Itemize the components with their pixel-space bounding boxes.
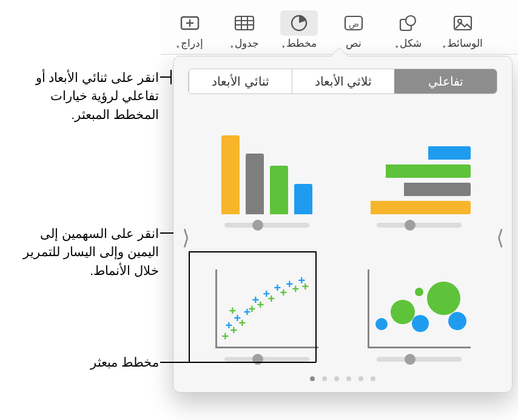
chevron-down-icon: ▾ [443, 44, 446, 50]
chevron-down-icon: ▾ [230, 44, 234, 50]
svg-point-12 [406, 16, 415, 25]
toolbar-text-label: نص [346, 37, 362, 50]
callout-line [160, 76, 171, 78]
chart-grid-area: ⟨ ⟩ [173, 104, 512, 368]
bar-chart-icon [368, 146, 471, 214]
toolbar-table-label: جدول [235, 37, 259, 50]
toolbar: إدراج▾ جدول▾ مخطط▾ ض نص شكل▾ الوسائط▾ [161, 0, 518, 55]
insert-icon [180, 15, 200, 32]
callout-line [189, 251, 190, 362]
page-dot[interactable] [346, 376, 351, 381]
toolbar-table[interactable]: جدول▾ [218, 8, 271, 50]
callout-line [170, 70, 172, 84]
shape-icon [399, 14, 418, 32]
chart-type-tabs: ثنائي الأبعاد ثلاثي الأبعاد تفاعلي [188, 69, 497, 94]
chart-popover: ثنائي الأبعاد ثلاثي الأبعاد تفاعلي ⟨ ⟩ [173, 56, 513, 393]
callout-line [160, 232, 173, 234]
slider[interactable] [224, 357, 309, 362]
slider[interactable] [377, 357, 462, 362]
pie-chart-icon [290, 14, 308, 32]
chevron-down-icon: ▾ [177, 44, 180, 50]
toolbar-chart[interactable]: مخطط▾ [272, 8, 326, 50]
toolbar-shape[interactable]: شكل▾ [382, 8, 435, 50]
chart-grid: + + + + + + + + + + + + + + + [203, 115, 483, 362]
tab-3d[interactable]: ثلاثي الأبعاد [292, 69, 395, 93]
nav-arrow-right[interactable]: ⟩ [491, 225, 508, 249]
toolbar-media[interactable]: الوسائط▾ [436, 8, 489, 50]
table-icon [234, 15, 255, 32]
text-icon: ض [343, 15, 364, 32]
svg-rect-3 [235, 16, 254, 30]
page-dot[interactable] [334, 376, 339, 381]
callout-line [189, 362, 316, 363]
callout-scatter-label: مخطط مبعثر [85, 353, 159, 371]
page-dot[interactable] [371, 376, 375, 381]
chart-thumb-scatter[interactable]: + + + + + + + + + + + + + + + [203, 249, 331, 362]
page-dot[interactable] [322, 376, 327, 381]
chart-thumb-bar[interactable] [355, 115, 483, 228]
bubble-chart-icon [368, 269, 471, 348]
toolbar-media-label: الوسائط [447, 37, 483, 50]
callout-tabs-hint: انقر على ثنائي الأبعاد أو تفاعلي لرؤية خ… [7, 69, 159, 124]
toolbar-chart-label: مخطط [286, 37, 317, 50]
chart-thumb-column[interactable] [203, 115, 331, 228]
toolbar-shape-label: شكل [400, 37, 422, 50]
nav-arrow-left[interactable]: ⟨ [177, 225, 194, 249]
slider[interactable] [377, 223, 462, 228]
callout-line [160, 362, 189, 363]
media-icon [452, 15, 473, 32]
page-dots [173, 376, 512, 381]
toolbar-insert[interactable]: إدراج▾ [163, 8, 217, 50]
callout-line [189, 251, 316, 252]
tab-2d[interactable]: ثنائي الأبعاد [189, 69, 292, 93]
chevron-down-icon: ▾ [282, 44, 285, 50]
page-dot[interactable] [358, 376, 363, 381]
chart-thumb-bubble[interactable] [355, 249, 483, 362]
page-dot[interactable] [310, 376, 315, 381]
toolbar-insert-label: إدراج [181, 37, 203, 50]
slider[interactable] [224, 223, 309, 228]
scatter-chart-icon: + + + + + + + + + + + + + + + [215, 269, 318, 348]
tab-interactive[interactable]: تفاعلي [394, 69, 497, 93]
svg-text:ض: ض [349, 19, 359, 29]
callout-arrows-hint: انقر على السهمين إلى اليمين وإلى اليسار … [18, 225, 159, 280]
chevron-down-icon: ▾ [395, 44, 399, 50]
callout-line [315, 251, 317, 362]
toolbar-text[interactable]: ض نص [327, 8, 380, 50]
column-chart-icon [221, 135, 312, 214]
